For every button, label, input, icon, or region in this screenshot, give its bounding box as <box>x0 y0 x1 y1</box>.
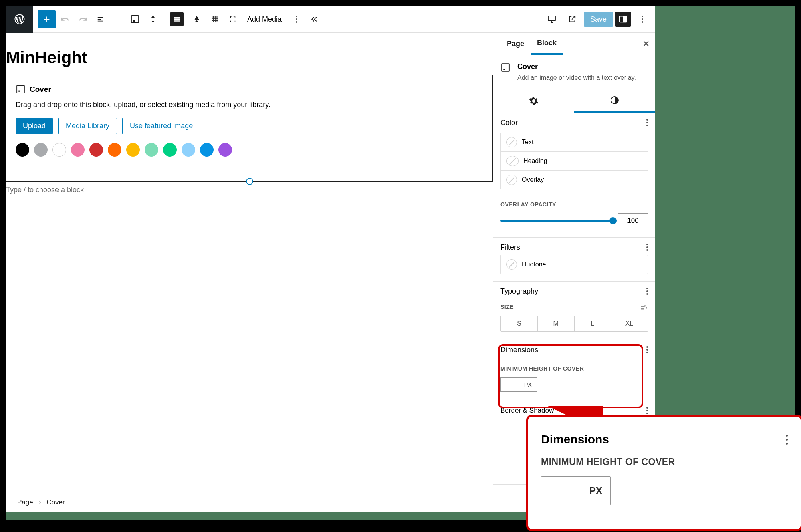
breadcrumb: Page › Cover <box>6 493 493 512</box>
fullheight-icon <box>228 15 237 24</box>
redo-button[interactable] <box>74 10 92 28</box>
breadcrumb-root[interactable]: Page <box>17 498 33 506</box>
size-button-m[interactable]: M <box>538 316 575 331</box>
svg-rect-3 <box>214 16 216 18</box>
svg-rect-11 <box>548 16 555 21</box>
settings-panel-toggle[interactable] <box>615 12 631 27</box>
wordpress-logo[interactable] <box>6 6 33 33</box>
undo-button[interactable] <box>56 10 74 28</box>
cover-block[interactable]: Cover Drag and drop onto this block, upl… <box>6 75 493 182</box>
callout-min-height-input[interactable] <box>541 477 589 505</box>
page-title[interactable]: MinHeight <box>6 40 493 75</box>
cover-block-icon <box>130 14 140 24</box>
color-text-row[interactable]: Text <box>501 133 648 152</box>
none-color-icon <box>506 175 517 185</box>
slider-thumb[interactable] <box>609 217 617 224</box>
callout-menu[interactable] <box>786 435 788 445</box>
size-settings-button[interactable] <box>640 304 648 312</box>
opacity-value-input[interactable]: 100 <box>618 213 648 228</box>
callout-unit[interactable]: PX <box>589 485 610 496</box>
media-library-button[interactable]: Media Library <box>58 118 117 134</box>
resize-handle[interactable] <box>246 178 253 185</box>
add-block-button[interactable] <box>38 10 56 28</box>
callout-input-wrap: PX <box>541 476 611 505</box>
duotone-label: Duotone <box>522 261 546 268</box>
style-tabs <box>493 89 655 113</box>
svg-rect-4 <box>216 16 218 18</box>
settings-tab[interactable] <box>493 89 574 113</box>
border-panel-menu[interactable] <box>646 407 648 414</box>
redo-icon <box>79 15 87 24</box>
color-swatch[interactable] <box>52 143 66 157</box>
align-button[interactable] <box>170 12 184 26</box>
color-overlay-row[interactable]: Overlay <box>501 171 648 189</box>
color-swatch[interactable] <box>126 143 140 157</box>
kebab-icon <box>296 16 297 23</box>
color-swatch[interactable] <box>145 143 158 157</box>
svg-rect-9 <box>214 21 216 22</box>
upload-button[interactable]: Upload <box>16 118 53 134</box>
none-color-icon <box>506 156 519 166</box>
cover-type-button[interactable] <box>126 10 144 28</box>
use-featured-image-button[interactable]: Use featured image <box>122 118 200 134</box>
cover-block-icon <box>500 62 512 74</box>
min-height-unit[interactable]: PX <box>523 381 537 388</box>
typography-panel-menu[interactable] <box>646 288 648 295</box>
add-media-button[interactable]: Add Media <box>242 10 287 28</box>
open-new-tab-button[interactable] <box>563 10 581 28</box>
dimensions-panel: Dimensions MINIMUM HEIGHT OF COVER PX <box>493 340 655 401</box>
svg-rect-2 <box>212 16 213 18</box>
color-swatch[interactable] <box>182 143 195 157</box>
cover-block-label: Cover <box>30 85 51 94</box>
top-toolbar: Add Media Save <box>6 6 655 33</box>
size-button-s[interactable]: S <box>501 316 538 331</box>
block-options-button[interactable] <box>287 10 305 28</box>
dimensions-panel-menu[interactable] <box>646 346 648 353</box>
sidebar-icon <box>619 15 627 24</box>
sliders-icon <box>640 304 648 312</box>
wordpress-icon <box>14 13 26 25</box>
typography-panel: Typography SIZE SMLXL <box>493 282 655 340</box>
view-desktop-button[interactable] <box>543 10 561 28</box>
opacity-slider[interactable] <box>500 216 613 226</box>
min-height-input[interactable] <box>501 378 523 391</box>
svg-rect-6 <box>214 18 216 20</box>
color-panel-title: Color <box>500 119 518 127</box>
save-button[interactable]: Save <box>584 12 613 27</box>
breadcrumb-current[interactable]: Cover <box>46 498 65 506</box>
content-align-button[interactable] <box>206 10 224 28</box>
color-swatch[interactable] <box>34 143 48 157</box>
fullheight-button[interactable] <box>224 10 242 28</box>
document-overview-button[interactable] <box>92 10 110 28</box>
move-updown-button[interactable] <box>144 10 162 28</box>
color-swatch[interactable] <box>89 143 103 157</box>
more-options-button[interactable] <box>633 10 651 28</box>
color-swatch[interactable] <box>163 143 177 157</box>
close-sidebar-button[interactable]: ✕ <box>642 39 650 49</box>
color-heading-row[interactable]: Heading <box>501 152 648 171</box>
list-icon <box>97 15 105 24</box>
overlay-opacity-label: OVERLAY OPACITY <box>500 201 648 208</box>
color-swatch[interactable] <box>108 143 121 157</box>
color-swatch[interactable] <box>218 143 232 157</box>
plus-icon <box>42 15 51 24</box>
color-panel-menu[interactable] <box>646 119 648 126</box>
styles-tab[interactable] <box>574 89 655 113</box>
block-info: Cover Add an image or video with a text … <box>493 55 655 89</box>
svg-rect-1 <box>133 20 135 22</box>
color-swatch[interactable] <box>16 143 29 157</box>
filters-panel-menu[interactable] <box>646 244 648 251</box>
color-swatch[interactable] <box>200 143 214 157</box>
duotone-row[interactable]: Duotone <box>501 255 648 274</box>
size-button-xl[interactable]: XL <box>611 316 648 331</box>
tab-page[interactable]: Page <box>500 33 531 55</box>
size-button-l[interactable]: L <box>575 316 611 331</box>
block-placeholder[interactable]: Type / to choose a block <box>6 183 493 194</box>
svg-rect-13 <box>624 16 626 22</box>
content-position-button[interactable] <box>188 10 206 28</box>
color-swatch[interactable] <box>71 143 85 157</box>
tab-block[interactable]: Block <box>531 33 563 55</box>
collapse-toolbar-button[interactable] <box>305 10 323 28</box>
typography-panel-title: Typography <box>500 287 538 296</box>
color-swatches <box>16 143 483 157</box>
